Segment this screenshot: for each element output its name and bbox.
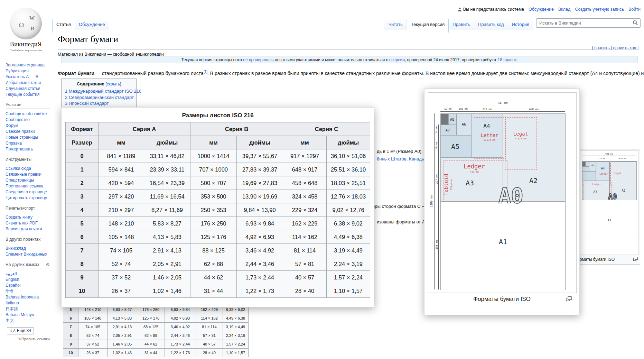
personal-link[interactable]: Вклад [558,7,571,12]
tab[interactable]: Статья [52,19,75,33]
iso-table-subheader-row: Размерммдюймыммдюймыммдюймы [66,136,370,149]
sidebar-link[interactable]: Справка [6,141,22,146]
toc-title: Содержание [77,81,104,86]
sidebar-link[interactable]: Новые страницы [6,135,38,140]
format-number: 10 [66,284,99,298]
sidebar-link[interactable]: Свежие правки [6,129,35,134]
sidebar-link[interactable]: Избранные статьи [6,80,41,85]
notice-link-unchecked[interactable]: не проверялась [243,57,273,62]
sidebar-link[interactable]: Указатель А — Я [6,74,38,79]
sidebar-link[interactable]: Español [6,283,20,288]
toc-hide-link[interactable]: [скрыть] [105,82,121,86]
tab[interactable]: Читать [384,19,407,30]
sidebar-link[interactable]: Викисклад [6,246,26,251]
sidebar-link[interactable]: Сообщество [6,117,30,122]
notice-text: Текущая версия страницы пока [181,57,243,62]
table-row: 2420 × 59416,54 × 23,39500 × 70719,69 × … [66,176,370,190]
thumbnail-image[interactable]: A4 Letter Legal Ledger A6 A3 A2 A0 A1 84… [572,150,639,255]
thumbnail-expand-icon[interactable] [633,257,638,261]
tab[interactable]: Править код [474,19,508,30]
toc-item[interactable]: 2 Североамериканский стандарт [65,94,133,101]
size-value: 81 × 114 [196,323,223,331]
column-subheader: дюймы [327,136,370,149]
toc-item[interactable]: 3 Японский стандарт [65,100,133,107]
size-value: 57 × 81 [196,331,223,340]
tab[interactable]: Править [449,19,474,30]
personal-link[interactable]: Создать учётную запись [575,7,624,12]
sidebar-link[interactable]: Цитировать страницу [6,195,47,200]
sidebar-item: Викисклад [6,246,50,251]
sidebar-link[interactable]: Сведения о странице [6,190,47,194]
size-value: 2,05 × 2,91 [108,331,137,340]
size-value: 500 × 707 [190,176,237,190]
sidebar-link[interactable]: Создать книгу [6,215,32,220]
sidebar-link[interactable]: 日本語 [6,306,18,311]
article-link-fragment[interactable]: ённых Штатов, Канады, Я [377,156,431,162]
legal-label: Legal [513,131,528,137]
toc-item[interactable]: 1 Международный стандарт ISO 216 [65,88,133,94]
size-value: 74 × 105 [99,244,144,257]
gear-icon[interactable]: ⚙ [46,262,50,267]
login-status: Вы не представились системе [458,7,524,12]
a0-sheet: A8 A6 A7 A5 A4 Letter 215,9 mm Legal 215… [440,113,566,290]
image-popup-expand-icon[interactable] [566,296,572,301]
notice-link-version[interactable]: версии [391,57,405,62]
personal-link[interactable]: Войти [628,7,641,12]
sidebar-link[interactable]: Форум [6,123,18,128]
sidebar-link[interactable]: Постоянная ссылка [6,184,43,188]
sidebar-link[interactable]: Рубрикация [6,68,29,73]
sidebar-item: Сведения о странице [6,189,50,195]
sidebar-link[interactable]: Сообщить об ошибке [6,111,47,116]
sidebar-link[interactable]: Случайная статья [6,86,40,91]
ledger-dim: 432 mm [470,171,478,173]
dim-841: 841 mm [498,102,508,105]
size-value: 2,44 × 3,46 [237,257,283,271]
size-value: 8,27 × 11,69 [144,203,190,217]
size-value: 6,93 × 9,84 [237,217,283,230]
sidebar-link[interactable]: Спецстраницы [6,178,34,183]
table-row: 5148 × 2105,83 × 8,27176 × 2506,93 × 9,8… [66,217,370,230]
size-value: 88 × 125 [137,323,165,331]
sidebar-link[interactable]: Italiano [6,301,19,305]
format-number: 1 [66,163,99,176]
tab[interactable]: Текущая версия [407,19,449,33]
dim-74: 74 mm [435,126,438,133]
sidebar-section-title: Инструменты [6,157,50,163]
sidebar-link[interactable]: Связанные правки [6,172,41,177]
article-image-thumbnail[interactable]: A4 Letter Legal Ledger A6 A3 A2 A0 A1 84… [571,149,640,265]
sidebar-link[interactable]: Скачать как PDF [6,221,38,225]
sidebar-link[interactable]: 中文 [6,318,14,323]
sidebar-link[interactable]: Версия для печати [6,227,42,231]
size-value: 176 × 250 [190,217,237,230]
edit-interlanguage-links[interactable]: ✎Править ссылки [6,337,50,341]
article-text-fragment: дь в 1 м² (Размер А0). Все [377,149,432,154]
search-input[interactable] [536,18,641,28]
sidebar-link[interactable]: हिन्दी [6,289,13,294]
size-value: 4,49 × 6,38 [223,314,249,323]
sidebar-link[interactable]: English [6,277,19,282]
sidebar-link[interactable]: Текущие события [6,92,39,97]
sidebar-link[interactable]: Ссылки сюда [6,166,31,171]
notice-link-edits[interactable]: 18 правок [498,57,517,62]
sidebar-link[interactable]: العربية [6,271,17,276]
column-header: Серия C [283,122,370,136]
sidebar-link[interactable]: Bahasa Melayu [6,312,34,317]
more-languages-button[interactable]: 文AЕщё 34 [7,327,34,334]
search-icon[interactable] [633,20,638,26]
languages-icon: 文A [10,329,16,333]
size-value: 9,02 × 12,76 [327,203,370,217]
sidebar-link[interactable]: Элемент Викиданных [6,252,47,257]
wikipedia-logo[interactable]: Ω W И ВикипедиЯ Свободная энциклопедия [0,3,52,52]
tab[interactable]: История [508,19,533,30]
sidebar-link[interactable]: Заглавная страница [6,63,45,67]
tab[interactable]: Обсуждение [75,19,109,30]
sidebar-list: Ссылки сюдаСвязанные правкиСпецстраницыП… [6,166,50,201]
sidebar-link[interactable]: Bahasa Indonesia [6,295,39,300]
a3-label: A3 [466,179,474,187]
reference-link[interactable]: [1] [204,70,207,74]
sidebar-link[interactable]: Пожертвовать [6,147,33,151]
personal-link[interactable]: Обсуждение [529,7,554,12]
edit-section-links[interactable]: [ править | править код ] [592,45,638,50]
wikipedia-page: Вы не представились системе ОбсуждениеВк… [0,0,644,359]
size-value: 1,57 × 2,24 [223,340,249,349]
